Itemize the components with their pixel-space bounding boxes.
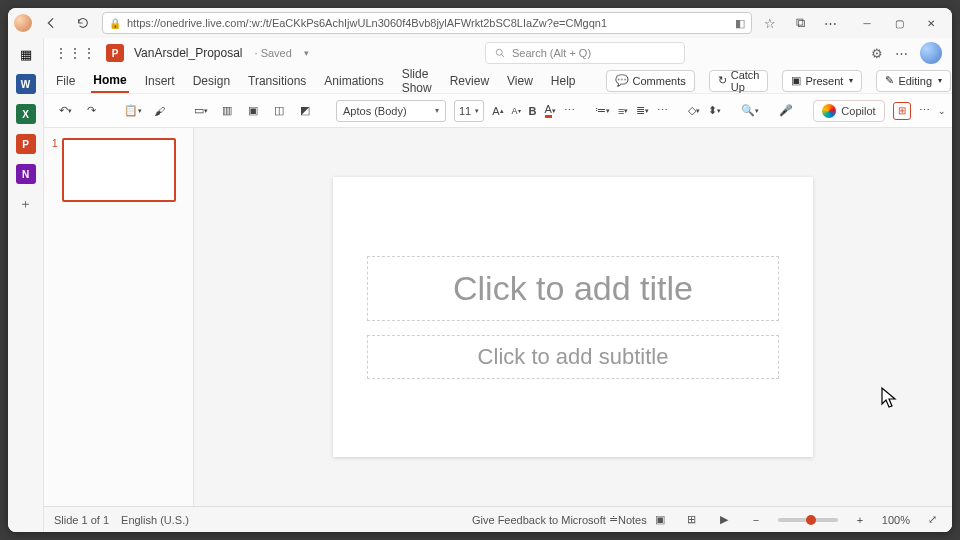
rail-home-icon[interactable]: ▦	[16, 44, 36, 64]
url-bar[interactable]: 🔒 https://onedrive.live.com/:w:/t/EaCKkP…	[102, 12, 752, 34]
maximize-button[interactable]: ▢	[884, 12, 914, 34]
zoom-thumb[interactable]	[806, 515, 816, 525]
bold-button[interactable]: B	[529, 100, 537, 122]
bullets-button[interactable]: ≔▾	[595, 100, 610, 122]
profile-avatar[interactable]	[14, 14, 32, 32]
browser-chrome: 🔒 https://onedrive.live.com/:w:/t/EaCKkP…	[8, 8, 952, 38]
settings-icon[interactable]: ⚙	[871, 46, 883, 61]
rail-powerpoint-icon[interactable]: P	[16, 134, 36, 154]
title-bar: ⋮⋮⋮ P VanArsdel_Proposal · Saved ▾ Searc…	[44, 38, 952, 68]
tab-file[interactable]: File	[54, 70, 77, 92]
decrease-font-button[interactable]: A▾	[512, 100, 521, 122]
increase-font-button[interactable]: A▴	[492, 100, 503, 122]
arrange-button[interactable]: ⬍▾	[708, 100, 721, 122]
slide-stage[interactable]: Click to add title Click to add subtitle	[194, 128, 952, 506]
tab-review[interactable]: Review	[448, 70, 491, 92]
dictate-button[interactable]: 🎤	[779, 100, 793, 122]
chevron-down-icon: ▾	[475, 107, 479, 115]
collections-icon[interactable]: ⧉	[788, 11, 812, 35]
feedback-link[interactable]: Give Feedback to Microsoft	[472, 514, 606, 526]
redo-button[interactable]: ↷	[80, 100, 102, 122]
chevron-down-icon: ▾	[849, 76, 853, 85]
chevron-down-icon: ▾	[938, 76, 942, 85]
slide-counter[interactable]: Slide 1 of 1	[54, 514, 109, 526]
tab-view[interactable]: View	[505, 70, 535, 92]
paragraph-more-button[interactable]: ⋯	[657, 100, 668, 122]
font-family-value: Aptos (Body)	[343, 105, 407, 117]
thumbnail-preview[interactable]	[62, 138, 176, 202]
tab-design[interactable]: Design	[191, 70, 232, 92]
zoom-level[interactable]: 100%	[882, 514, 910, 526]
undo-button[interactable]: ↶▾	[54, 100, 76, 122]
rail-onenote-icon[interactable]: N	[16, 164, 36, 184]
ribbon-more-button[interactable]: ⋯	[919, 100, 930, 122]
rail-add-icon[interactable]: ＋	[16, 194, 36, 214]
close-button[interactable]: ✕	[916, 12, 946, 34]
rail-excel-icon[interactable]: X	[16, 104, 36, 124]
ribbon-collapse-button[interactable]: ⌄	[938, 100, 946, 122]
present-button[interactable]: ▣Present▾	[782, 70, 862, 92]
shapes-button[interactable]: ◇▾	[688, 100, 700, 122]
zoom-out-button[interactable]: −	[746, 512, 766, 528]
search-icon	[494, 47, 506, 59]
reset-icon[interactable]: ▣	[242, 100, 264, 122]
tab-transitions[interactable]: Transitions	[246, 70, 308, 92]
subtitle-placeholder[interactable]: Click to add subtitle	[367, 335, 780, 379]
rail-word-icon[interactable]: W	[16, 74, 36, 94]
language-status[interactable]: English (U.S.)	[121, 514, 189, 526]
numbering-button[interactable]: ≡▾	[618, 100, 628, 122]
slide-thumbnail-pane[interactable]: 1	[44, 128, 194, 506]
align-button[interactable]: ≣▾	[636, 100, 649, 122]
reuse-slides-icon[interactable]: ◩	[294, 100, 316, 122]
layout-button[interactable]: ▥	[216, 100, 238, 122]
tab-help[interactable]: Help	[549, 70, 578, 92]
catchup-button[interactable]: ↻Catch Up	[709, 70, 769, 92]
document-title[interactable]: VanArsdel_Proposal	[134, 46, 243, 60]
ribbon: ↶▾ ↷ 📋▾ 🖌 ▭▾ ▥ ▣ ◫ ◩	[44, 94, 952, 128]
browser-more-icon[interactable]: ⋯	[818, 11, 842, 35]
copilot-button[interactable]: Copilot	[813, 100, 884, 122]
designer-button[interactable]: ⊞	[893, 100, 911, 122]
copilot-icon	[822, 104, 836, 118]
fit-to-window-button[interactable]: ⤢	[922, 512, 942, 528]
comments-button[interactable]: 💬Comments	[606, 70, 695, 92]
title-placeholder[interactable]: Click to add title	[367, 256, 780, 321]
tab-animations[interactable]: Animations	[322, 70, 385, 92]
app-more-icon[interactable]: ⋯	[895, 46, 908, 61]
back-button[interactable]	[38, 10, 64, 36]
tab-home[interactable]: Home	[91, 69, 128, 93]
editing-button[interactable]: ✎Editing▾	[876, 70, 951, 92]
present-icon: ▣	[791, 74, 801, 87]
search-input[interactable]: Search (Alt + Q)	[485, 42, 685, 64]
paste-button[interactable]: 📋▾	[122, 100, 144, 122]
sorter-view-button[interactable]: ⊞	[682, 512, 702, 528]
notes-toggle[interactable]: ≐ Notes	[618, 512, 638, 528]
font-size-value: 11	[459, 105, 471, 117]
font-family-select[interactable]: Aptos (Body) ▾	[336, 100, 446, 122]
font-size-select[interactable]: 11 ▾	[454, 100, 484, 122]
font-color-button[interactable]: A▾	[545, 100, 556, 122]
svg-point-0	[496, 49, 502, 55]
new-slide-button[interactable]: ▭▾	[190, 100, 212, 122]
zoom-in-button[interactable]: +	[850, 512, 870, 528]
tab-insert[interactable]: Insert	[143, 70, 177, 92]
reading-view-button[interactable]: ▶	[714, 512, 734, 528]
title-dropdown-icon[interactable]: ▾	[304, 48, 309, 58]
app-rail: ▦ W X P N ＋	[8, 38, 44, 532]
format-painter-button[interactable]: 🖌	[148, 100, 170, 122]
favorite-icon[interactable]: ☆	[758, 11, 782, 35]
font-more-button[interactable]: ⋯	[564, 100, 575, 122]
normal-view-button[interactable]: ▣	[650, 512, 670, 528]
app-launcher-icon[interactable]: ⋮⋮⋮	[54, 45, 96, 61]
section-icon[interactable]: ◫	[268, 100, 290, 122]
minimize-button[interactable]: ─	[852, 12, 882, 34]
thumbnail-slide-1[interactable]: 1	[52, 138, 185, 202]
save-status: · Saved	[255, 47, 292, 59]
user-avatar[interactable]	[920, 42, 942, 64]
refresh-button[interactable]	[70, 10, 96, 36]
reader-icon[interactable]: ◧	[735, 17, 745, 30]
find-button[interactable]: 🔍▾	[741, 100, 759, 122]
zoom-slider[interactable]	[778, 518, 838, 522]
editor-area: 1 Click to add title Click to add subtit…	[44, 128, 952, 506]
slide-canvas[interactable]: Click to add title Click to add subtitle	[333, 177, 813, 457]
